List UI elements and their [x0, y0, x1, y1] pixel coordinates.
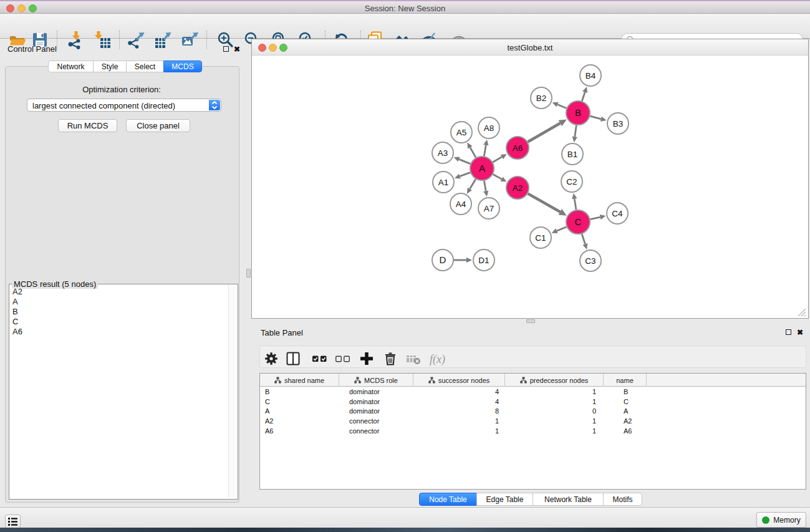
graph-node-label: C2 — [566, 177, 577, 186]
table-cell[interactable]: 1 — [413, 427, 505, 435]
graph-arrowhead — [483, 191, 488, 197]
tab-style[interactable]: Style — [93, 60, 127, 72]
table-cell[interactable]: dominator — [339, 388, 413, 395]
graph-edge-A-A1[interactable] — [460, 173, 470, 177]
column-header-shared-name[interactable]: shared name — [260, 374, 339, 387]
mcds-result-item[interactable]: C — [10, 317, 229, 327]
column-selector-icon[interactable] — [285, 351, 301, 367]
select-all-checkboxes-icon[interactable] — [312, 351, 328, 367]
column-header-predecessor-nodes[interactable]: predecessor nodes — [505, 374, 604, 387]
graph-edge-A-A2[interactable] — [493, 175, 502, 180]
table-cell[interactable]: A — [604, 407, 647, 415]
tab-motifs[interactable]: Motifs — [603, 493, 642, 506]
column-header-name[interactable]: name — [604, 374, 647, 387]
table-cell[interactable]: A2 — [260, 417, 339, 425]
float-table-panel-icon[interactable] — [786, 329, 791, 335]
table-cell[interactable]: B — [260, 388, 339, 395]
graph-edge-A-A4[interactable] — [470, 179, 475, 189]
memory-label: Memory — [773, 516, 800, 525]
table-cell[interactable]: A2 — [604, 417, 647, 425]
optimization-criterion-label: Optimization criterion: — [0, 85, 243, 94]
table-cell[interactable]: 1 — [505, 398, 604, 405]
graph-edge-A2-C[interactable] — [528, 193, 561, 211]
delete-table-icon[interactable] — [405, 351, 422, 367]
graph-edge-B-B3[interactable] — [590, 116, 601, 119]
delete-columns-icon[interactable] — [382, 351, 398, 367]
run-mcds-button[interactable]: Run MCDS — [58, 119, 117, 132]
table-cell[interactable]: connector — [339, 427, 413, 435]
graph-edge-A-A6[interactable] — [493, 157, 502, 162]
tab-network[interactable]: Network — [48, 60, 94, 72]
horizontal-splitter-handle[interactable] — [526, 319, 535, 323]
close-table-panel-icon[interactable]: ✖ — [797, 329, 803, 336]
column-header-successor-nodes[interactable]: successor nodes — [413, 374, 505, 387]
table-cell[interactable]: dominator — [339, 398, 413, 405]
table-cell[interactable]: 0 — [505, 407, 604, 415]
graph-edge-C-C2[interactable] — [574, 199, 576, 210]
tab-edge-table[interactable]: Edge Table — [476, 493, 533, 506]
column-tree-icon — [354, 377, 361, 384]
table-cell[interactable]: A6 — [260, 427, 339, 435]
window-titlebar[interactable]: Session: New Session — [0, 0, 810, 14]
table-cell[interactable]: 1 — [413, 417, 505, 425]
graph-edge-B-B4[interactable] — [582, 92, 585, 101]
task-history-button[interactable] — [5, 515, 21, 528]
tab-mcds[interactable]: MCDS — [163, 60, 202, 72]
table-cell[interactable]: C — [260, 398, 339, 405]
mcds-result-item[interactable]: A2 — [10, 287, 229, 297]
mcds-result-item[interactable]: B — [10, 307, 229, 317]
mcds-result-list[interactable]: A2ABCA6 — [10, 287, 229, 498]
table-cell[interactable]: B — [604, 388, 647, 395]
graph-edge-C-C3[interactable] — [582, 234, 585, 244]
float-panel-icon[interactable] — [223, 46, 229, 52]
graph-edge-C-C4[interactable] — [591, 217, 600, 220]
table-cell[interactable]: C — [604, 398, 647, 405]
settings-gear-icon[interactable] — [263, 351, 279, 367]
table-row[interactable]: A6connector11A6 — [260, 426, 806, 436]
graph-edge-B-B2[interactable] — [557, 105, 567, 109]
criterion-dropdown[interactable]: largest connected component (directed) — [27, 99, 221, 112]
table-cell[interactable]: 8 — [413, 407, 505, 415]
table-cell[interactable]: 4 — [413, 398, 505, 405]
deselect-all-checkboxes-icon[interactable] — [335, 351, 351, 367]
graph-edge-A-A5[interactable] — [470, 147, 476, 157]
column-header-MCDS-role[interactable]: MCDS role — [339, 374, 413, 387]
table-body: Bdominator41BCdominator41CAdominator80AA… — [260, 387, 806, 435]
graph-edge-C-C1[interactable] — [557, 227, 567, 231]
table-cell[interactable]: 4 — [413, 388, 505, 395]
function-builder-icon: f(x) — [430, 353, 445, 366]
network-window-titlebar[interactable]: testGlobe.txt — [252, 39, 808, 56]
table-row[interactable]: Bdominator41B — [260, 387, 806, 397]
tab-network-table[interactable]: Network Table — [533, 493, 604, 506]
mcds-result-scrollbar[interactable] — [228, 285, 237, 498]
mcds-result-item[interactable]: A — [10, 297, 229, 307]
close-panel-button[interactable]: Close panel — [126, 119, 190, 132]
graph-edge-B-B1[interactable] — [575, 125, 577, 137]
add-column-icon[interactable] — [359, 351, 375, 367]
graph-edge-A-A3[interactable] — [459, 159, 470, 163]
table-cell[interactable]: 1 — [505, 388, 604, 395]
close-panel-icon[interactable]: ✖ — [234, 46, 240, 53]
table-cell[interactable]: dominator — [339, 407, 413, 415]
graph-node-label: A3 — [438, 148, 448, 158]
tab-select[interactable]: Select — [126, 60, 164, 72]
graph-node-label: A — [479, 163, 485, 173]
table-cell[interactable]: 1 — [505, 417, 604, 425]
network-canvas[interactable]: AA1A3A5A8A4A7A6A2BB1B2B3B4CC1C2C3C4DD1 — [252, 56, 808, 318]
graph-edge-A-A8[interactable] — [484, 145, 486, 157]
table-cell[interactable]: connector — [339, 417, 413, 425]
table-row[interactable]: A2connector11A2 — [260, 416, 806, 426]
resize-grip-icon[interactable] — [796, 306, 807, 317]
tab-node-table[interactable]: Node Table — [419, 493, 477, 506]
criterion-value: largest connected component (directed) — [32, 101, 175, 110]
table-cell[interactable]: A6 — [604, 427, 647, 435]
table-row[interactable]: Adominator80A — [260, 406, 806, 416]
memory-button[interactable]: Memory — [756, 512, 806, 528]
graph-edge-A-A7[interactable] — [484, 181, 486, 191]
table-cell[interactable]: 1 — [505, 427, 604, 435]
mcds-result-item[interactable]: A6 — [10, 327, 229, 337]
vertical-splitter-handle[interactable] — [246, 269, 251, 278]
table-row[interactable]: Cdominator41C — [260, 397, 806, 407]
graph-edge-A6-B[interactable] — [528, 123, 560, 142]
table-cell[interactable]: A — [260, 407, 339, 415]
